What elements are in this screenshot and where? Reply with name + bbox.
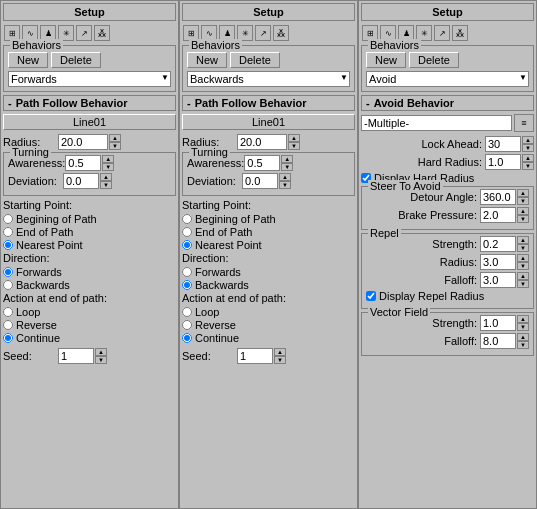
deviation-input-2[interactable] [242, 173, 278, 189]
seed-input-1[interactable] [58, 348, 94, 364]
display-repel-radius-checkbox[interactable] [366, 291, 376, 301]
radius-spinner-1[interactable]: ▲ ▼ [58, 134, 121, 150]
hard-radius-up[interactable]: ▲ [522, 154, 534, 162]
repel-radius-down[interactable]: ▼ [517, 262, 529, 270]
deviation-up-2[interactable]: ▲ [279, 173, 291, 181]
awareness-spinner-2[interactable]: ▲ ▼ [244, 155, 293, 171]
radius-spinner-2[interactable]: ▲ ▼ [237, 134, 300, 150]
radius-input-2[interactable] [237, 134, 287, 150]
seed-up-1[interactable]: ▲ [95, 348, 107, 356]
vf-strength-down[interactable]: ▼ [517, 323, 529, 331]
delete-button-1[interactable]: Delete [51, 52, 101, 68]
act-cont-radio-1[interactable] [3, 333, 13, 343]
start-beg-radio-1[interactable] [3, 214, 13, 224]
brake-down[interactable]: ▼ [517, 215, 529, 223]
repel-falloff-up[interactable]: ▲ [517, 272, 529, 280]
act-rev-radio-1[interactable] [3, 320, 13, 330]
vf-strength-spinner[interactable]: ▲ ▼ [480, 315, 529, 331]
vf-falloff-down[interactable]: ▼ [517, 341, 529, 349]
deviation-spinner-1[interactable]: ▲ ▼ [63, 173, 112, 189]
repel-falloff-down[interactable]: ▼ [517, 280, 529, 288]
awareness-up-2[interactable]: ▲ [281, 155, 293, 163]
behavior-select-3[interactable]: Avoid Forwards Backwards [366, 71, 529, 87]
act-loop-radio-1[interactable] [3, 307, 13, 317]
behavior-select-2[interactable]: Forwards Backwards [187, 71, 350, 87]
vf-falloff-up[interactable]: ▲ [517, 333, 529, 341]
repel-falloff-input[interactable] [480, 272, 516, 288]
radius-up-1[interactable]: ▲ [109, 134, 121, 142]
start-near-radio-1[interactable] [3, 240, 13, 250]
behavior-select-wrapper-3[interactable]: Avoid Forwards Backwards [366, 71, 529, 87]
awareness-down-1[interactable]: ▼ [102, 163, 114, 171]
repel-strength-down[interactable]: ▼ [517, 244, 529, 252]
line-name-1[interactable]: Line01 [3, 114, 176, 130]
avoid-name-input[interactable] [361, 115, 512, 131]
behavior-select-wrapper-2[interactable]: Forwards Backwards [187, 71, 350, 87]
new-button-1[interactable]: New [8, 52, 48, 68]
awareness-input-2[interactable] [244, 155, 280, 171]
awareness-down-2[interactable]: ▼ [281, 163, 293, 171]
repel-strength-spinner[interactable]: ▲ ▼ [480, 236, 529, 252]
brake-spinner[interactable]: ▲ ▼ [480, 207, 529, 223]
delete-button-2[interactable]: Delete [230, 52, 280, 68]
seed-input-2[interactable] [237, 348, 273, 364]
vf-falloff-spinner[interactable]: ▲ ▼ [480, 333, 529, 349]
seed-down-1[interactable]: ▼ [95, 356, 107, 364]
avoid-list-btn[interactable]: ≡ [514, 114, 534, 132]
start-beg-radio-2[interactable] [182, 214, 192, 224]
seed-spinner-2[interactable]: ▲ ▼ [237, 348, 286, 364]
act-cont-radio-2[interactable] [182, 333, 192, 343]
hard-radius-down[interactable]: ▼ [522, 162, 534, 170]
repel-radius-input[interactable] [480, 254, 516, 270]
vf-strength-up[interactable]: ▲ [517, 315, 529, 323]
lock-ahead-spinner[interactable]: ▲ ▼ [485, 136, 534, 152]
seed-up-2[interactable]: ▲ [274, 348, 286, 356]
brake-input[interactable] [480, 207, 516, 223]
deviation-spinner-2[interactable]: ▲ ▼ [242, 173, 291, 189]
awareness-input-1[interactable] [65, 155, 101, 171]
new-button-2[interactable]: New [187, 52, 227, 68]
lock-ahead-input[interactable] [485, 136, 521, 152]
start-end-radio-1[interactable] [3, 227, 13, 237]
repel-radius-spinner[interactable]: ▲ ▼ [480, 254, 529, 270]
start-end-radio-2[interactable] [182, 227, 192, 237]
start-near-radio-2[interactable] [182, 240, 192, 250]
deviation-up-1[interactable]: ▲ [100, 173, 112, 181]
delete-button-3[interactable]: Delete [409, 52, 459, 68]
deviation-input-1[interactable] [63, 173, 99, 189]
dir-bwd-radio-1[interactable] [3, 280, 13, 290]
dir-bwd-radio-2[interactable] [182, 280, 192, 290]
seed-down-2[interactable]: ▼ [274, 356, 286, 364]
repel-strength-input[interactable] [480, 236, 516, 252]
detour-down[interactable]: ▼ [517, 197, 529, 205]
act-loop-radio-2[interactable] [182, 307, 192, 317]
lock-ahead-up[interactable]: ▲ [522, 136, 534, 144]
awareness-up-1[interactable]: ▲ [102, 155, 114, 163]
radius-down-2[interactable]: ▼ [288, 142, 300, 150]
deviation-down-2[interactable]: ▼ [279, 181, 291, 189]
awareness-spinner-1[interactable]: ▲ ▼ [65, 155, 114, 171]
repel-radius-up[interactable]: ▲ [517, 254, 529, 262]
radius-input-1[interactable] [58, 134, 108, 150]
detour-up[interactable]: ▲ [517, 189, 529, 197]
dir-fwd-radio-2[interactable] [182, 267, 192, 277]
vf-strength-input[interactable] [480, 315, 516, 331]
act-rev-radio-2[interactable] [182, 320, 192, 330]
detour-spinner[interactable]: ▲ ▼ [480, 189, 529, 205]
lock-ahead-down[interactable]: ▼ [522, 144, 534, 152]
vf-falloff-input[interactable] [480, 333, 516, 349]
hard-radius-spinner[interactable]: ▲ ▼ [485, 154, 534, 170]
repel-strength-up[interactable]: ▲ [517, 236, 529, 244]
detour-input[interactable] [480, 189, 516, 205]
repel-falloff-spinner[interactable]: ▲ ▼ [480, 272, 529, 288]
dir-fwd-radio-1[interactable] [3, 267, 13, 277]
brake-up[interactable]: ▲ [517, 207, 529, 215]
new-button-3[interactable]: New [366, 52, 406, 68]
behavior-select-1[interactable]: Forwards Backwards [8, 71, 171, 87]
radius-down-1[interactable]: ▼ [109, 142, 121, 150]
hard-radius-input[interactable] [485, 154, 521, 170]
line-name-2[interactable]: Line01 [182, 114, 355, 130]
behavior-select-wrapper-1[interactable]: Forwards Backwards [8, 71, 171, 87]
deviation-down-1[interactable]: ▼ [100, 181, 112, 189]
seed-spinner-1[interactable]: ▲ ▼ [58, 348, 107, 364]
